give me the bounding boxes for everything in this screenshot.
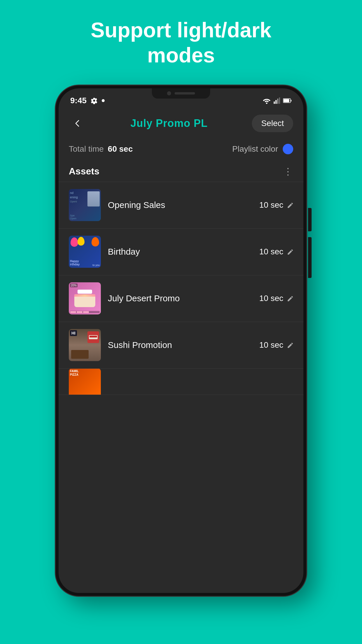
asset-thumbnail: 20% xyxy=(69,282,101,314)
side-button-top xyxy=(308,208,312,231)
status-time: 9:45 xyxy=(70,96,87,105)
camera-dot xyxy=(167,91,171,95)
list-item[interactable]: FAMILPIZZA xyxy=(59,369,303,395)
status-right xyxy=(263,97,292,104)
asset-name: Sushi Promotion xyxy=(108,340,252,350)
asset-list: ndeningOpeni SpeOpen Opening Sales 10 se… xyxy=(59,182,303,593)
asset-thumbnail: ndeningOpeni SpeOpen xyxy=(69,189,101,221)
asset-name: July Desert Promo xyxy=(108,293,252,303)
asset-duration: 10 sec xyxy=(259,200,294,210)
svg-rect-2 xyxy=(275,100,277,104)
duration-value: 10 sec xyxy=(259,200,284,210)
list-item[interactable]: 20% July Desert Promo 10 sec xyxy=(59,275,303,322)
svg-rect-3 xyxy=(277,99,278,104)
svg-rect-6 xyxy=(284,99,289,102)
asset-name: Birthday xyxy=(108,247,252,257)
speaker-bar xyxy=(175,92,195,94)
settings-icon xyxy=(90,97,98,105)
svg-rect-1 xyxy=(274,102,275,104)
asset-duration: 10 sec xyxy=(259,340,294,350)
color-dot[interactable] xyxy=(283,144,293,154)
total-time: Total time 60 sec xyxy=(69,144,133,154)
phone-shell: 9:45 xyxy=(56,85,306,596)
page-header: Support light/dark modes xyxy=(0,0,362,80)
select-button[interactable]: Select xyxy=(252,115,293,132)
toolbar: July Promo PL Select xyxy=(59,109,303,138)
edit-icon[interactable] xyxy=(287,249,293,255)
asset-thumbnail: FAMILPIZZA xyxy=(69,369,101,395)
back-button[interactable] xyxy=(69,115,86,132)
assets-label: Assets xyxy=(69,166,99,177)
asset-name: Opening Sales xyxy=(108,200,252,210)
info-bar: Total time 60 sec Playlist color xyxy=(59,138,303,161)
asset-thumbnail: Happyirthday to you xyxy=(69,236,101,268)
edit-icon[interactable] xyxy=(287,342,293,348)
sushi-label: HI xyxy=(70,330,77,336)
edit-icon[interactable] xyxy=(287,295,293,302)
more-options-icon[interactable]: ⋮ xyxy=(283,166,293,177)
svg-rect-4 xyxy=(279,97,280,104)
list-item[interactable]: ndeningOpeni SpeOpen Opening Sales 10 se… xyxy=(59,182,303,229)
dot-indicator xyxy=(102,99,105,102)
phone-screen: 9:45 xyxy=(59,88,303,593)
playlist-color-label: Playlist color xyxy=(232,144,278,154)
status-left: 9:45 xyxy=(70,96,105,105)
svg-point-0 xyxy=(266,103,268,104)
svg-rect-7 xyxy=(291,100,291,102)
wifi-icon xyxy=(263,97,271,104)
signal-icon xyxy=(274,97,280,104)
edit-icon[interactable] xyxy=(287,202,293,208)
battery-icon xyxy=(283,98,292,103)
list-item[interactable]: HI Sushi Promotion 10 sec xyxy=(59,322,303,369)
assets-header: Assets ⋮ xyxy=(59,161,303,182)
phone-container: 9:45 xyxy=(56,85,306,596)
asset-duration: 10 sec xyxy=(259,294,294,303)
asset-thumbnail: HI xyxy=(69,329,101,361)
total-time-value: 60 sec xyxy=(108,144,133,154)
playlist-title: July Promo PL xyxy=(131,117,208,130)
phone-notch xyxy=(152,88,210,99)
page-title: Support light/dark modes xyxy=(23,18,339,68)
asset-duration: 10 sec xyxy=(259,247,294,256)
duration-value: 10 sec xyxy=(259,247,284,256)
duration-value: 10 sec xyxy=(259,340,284,350)
side-button-bottom xyxy=(308,237,312,278)
duration-value: 10 sec xyxy=(259,294,284,303)
list-item[interactable]: Happyirthday to you Birthday 10 sec xyxy=(59,229,303,275)
playlist-color[interactable]: Playlist color xyxy=(232,144,293,154)
total-time-label: Total time xyxy=(69,144,104,154)
